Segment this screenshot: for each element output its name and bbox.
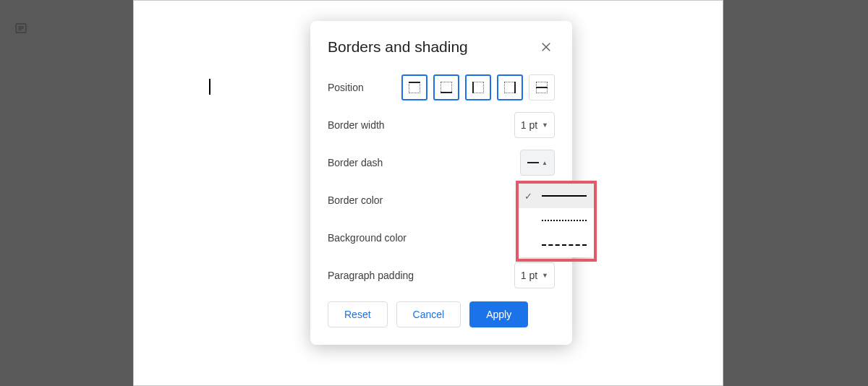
solid-line-icon bbox=[527, 162, 539, 163]
position-left-button[interactable] bbox=[465, 74, 491, 100]
border-width-value: 1 pt bbox=[521, 119, 537, 131]
dash-option-dotted[interactable]: ✓ bbox=[519, 208, 594, 233]
cancel-button[interactable]: Cancel bbox=[396, 301, 461, 327]
dialog-title: Borders and shading bbox=[328, 38, 468, 56]
position-top-button[interactable] bbox=[401, 74, 427, 100]
position-right-button[interactable] bbox=[497, 74, 523, 100]
reset-button[interactable]: Reset bbox=[328, 301, 388, 327]
apply-button[interactable]: Apply bbox=[469, 301, 528, 327]
border-color-label: Border color bbox=[328, 194, 383, 206]
border-dash-select[interactable]: ▲ bbox=[520, 150, 555, 176]
paragraph-padding-row: Paragraph padding 1 pt ▼ bbox=[328, 262, 555, 288]
dialog-header: Borders and shading bbox=[328, 38, 555, 56]
border-dash-label: Border dash bbox=[328, 157, 383, 168]
caret-up-icon: ▲ bbox=[542, 160, 548, 166]
text-cursor bbox=[209, 79, 210, 95]
position-bottom-button[interactable] bbox=[433, 74, 459, 100]
document-outline-icon[interactable] bbox=[14, 22, 27, 35]
caret-down-icon: ▼ bbox=[542, 121, 548, 129]
dash-option-dashed[interactable]: ✓ bbox=[519, 233, 594, 257]
check-icon: ✓ bbox=[524, 191, 535, 202]
border-width-row: Border width 1 pt ▼ bbox=[328, 112, 555, 138]
position-row: Position bbox=[328, 74, 555, 100]
border-width-select[interactable]: 1 pt ▼ bbox=[514, 112, 555, 138]
borders-and-shading-dialog: Borders and shading Position Border bbox=[310, 21, 572, 345]
position-between-button[interactable] bbox=[529, 74, 555, 100]
close-button[interactable] bbox=[537, 38, 555, 56]
border-dash-dropdown-menu: ✓ ✓ ✓ bbox=[519, 184, 594, 257]
solid-line-icon bbox=[542, 195, 587, 197]
dashed-line-icon bbox=[542, 244, 587, 246]
border-width-label: Border width bbox=[328, 119, 385, 131]
dotted-line-icon bbox=[542, 220, 587, 221]
position-label: Position bbox=[328, 82, 364, 93]
dialog-actions: Reset Cancel Apply bbox=[328, 301, 555, 327]
border-dash-row: Border dash ▲ bbox=[328, 150, 555, 176]
paragraph-padding-label: Paragraph padding bbox=[328, 270, 414, 281]
background-color-label: Background color bbox=[328, 232, 407, 244]
paragraph-padding-value: 1 pt bbox=[521, 270, 537, 281]
dash-option-solid[interactable]: ✓ bbox=[519, 184, 594, 208]
position-toggle-group bbox=[401, 74, 555, 100]
paragraph-padding-select[interactable]: 1 pt ▼ bbox=[514, 262, 555, 288]
caret-down-icon: ▼ bbox=[542, 272, 548, 279]
